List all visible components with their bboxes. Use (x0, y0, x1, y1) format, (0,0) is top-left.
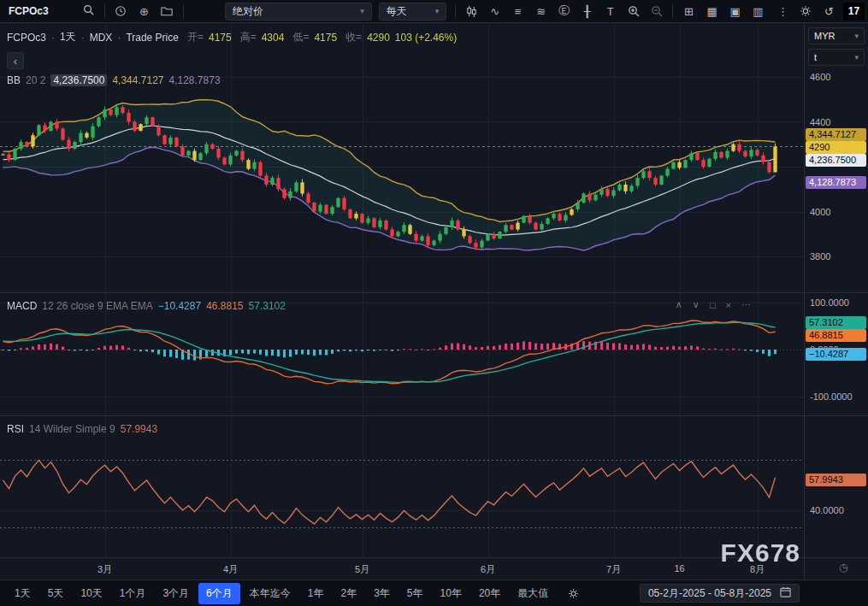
move-pane-up-icon[interactable]: ∧ (674, 299, 684, 310)
axis-tick: 4400 (810, 117, 830, 127)
time-axis-label: 3月 (97, 563, 112, 576)
patterns-icon[interactable]: ≋ (530, 2, 552, 21)
zoom-out-icon[interactable] (646, 2, 667, 21)
legend-exchange: MDX (90, 32, 113, 44)
pane-separator (805, 415, 868, 416)
indicators-icon[interactable]: ∿ (484, 2, 505, 21)
top-toolbar: FCPOc3 ⊕ 绝对价 ▾ 每天 ▾ ∿ ≡ ≋ Ⓔ ╂ T ⊞ ▦ ▣ ▥ … (0, 0, 868, 23)
close-pane-icon[interactable]: × (724, 299, 733, 310)
chevron-down-icon: ▾ (435, 7, 440, 15)
range-button[interactable]: 本年迄今 (242, 583, 298, 604)
currency-label: MYR (814, 31, 835, 41)
folder-icon[interactable] (156, 2, 178, 21)
range-button[interactable]: 1个月 (112, 583, 154, 604)
macd-title: MACD (7, 300, 37, 312)
multichart-icon[interactable]: ▦ (701, 2, 723, 21)
interval-settings-icon[interactable] (563, 584, 583, 603)
collapse-legend-button[interactable]: ‹ (7, 52, 24, 69)
events-icon[interactable]: Ⓔ (553, 2, 575, 21)
low-label: 低= (292, 30, 309, 44)
range-button[interactable]: 1天 (7, 583, 38, 604)
time-axis-label: 8月 (750, 563, 765, 576)
range-button[interactable]: 最大值 (510, 583, 556, 604)
layout-grid-icon[interactable]: ⊞ (678, 2, 700, 21)
bb-title: BB (7, 74, 21, 86)
unit-dropdown[interactable]: t ▾ (808, 49, 865, 66)
layers-icon[interactable]: ≡ (507, 2, 528, 21)
axis-tick: 4600 (810, 72, 830, 82)
symbol-legend: FCPOc3 · 1天 · MDX · Trade Price 开=4175 高… (7, 30, 457, 44)
text-tool-icon[interactable]: T (599, 2, 621, 21)
date-range-label: 05-2月-2025 - 05-8月-2025 (648, 586, 771, 601)
range-button[interactable]: 3个月 (155, 583, 197, 604)
axis-tick: -100.0000 (810, 391, 853, 402)
unit-label: t (814, 52, 817, 62)
rsi-legend: RSI 14 Wilder Simple 9 57.9943 (7, 423, 157, 435)
low-value: 4175 (314, 32, 337, 44)
zoom-in-icon[interactable] (623, 2, 644, 21)
change-value: 103 (+2.46%) (395, 32, 457, 44)
add-symbol-icon[interactable]: ⊕ (133, 2, 155, 21)
range-button[interactable]: 10年 (433, 583, 469, 604)
interval-label: 每天 (387, 4, 407, 19)
price-label-chip: 4290 (806, 141, 866, 154)
price-scale[interactable]: MYR ▾ t ▾ ◷ 4600440040003800100.00000.00… (804, 23, 868, 580)
more-pane-icon[interactable]: ⋯ (740, 299, 753, 310)
time-axis-label: 5月 (355, 563, 369, 576)
price-label-chip: 57.9943 (806, 474, 866, 486)
macd-hist-value: −10.4287 (158, 300, 201, 312)
toolbar-divider (104, 4, 105, 18)
replay-icon[interactable]: ↺ (818, 2, 840, 21)
range-buttons: 1天5天10天1个月3个月6个月本年迄今1年2年3年5年10年20年最大值 (7, 583, 556, 604)
price-mode-dropdown[interactable]: 绝对价 ▾ (225, 3, 372, 21)
macd-line-value: 46.8815 (206, 300, 243, 312)
pane-controls: ∧ ∨ □ × ⋯ (674, 299, 753, 310)
bb-basis-value: 4,236.7500 (50, 74, 107, 86)
bottom-toolbar: 1天5天10天1个月3个月6个月本年迄今1年2年3年5年10年20年最大值 05… (0, 580, 868, 606)
maximize-pane-icon[interactable]: □ (708, 299, 717, 310)
macd-signal-value: 57.3102 (249, 300, 286, 312)
chevron-down-icon: ▾ (854, 32, 859, 40)
macd-legend: MACD 12 26 close 9 EMA EMA −10.4287 46.8… (7, 300, 286, 312)
range-button[interactable]: 1年 (300, 583, 332, 604)
open-label: 开= (187, 30, 204, 44)
range-button[interactable]: 2年 (333, 583, 364, 604)
date-range-picker[interactable]: 05-2月-2025 - 05-8月-2025 (640, 584, 800, 603)
rsi-chart-canvas[interactable] (0, 416, 804, 557)
time-axis[interactable]: 3月4月5月6月7月168月 (0, 558, 804, 580)
tools-icon[interactable]: ╂ (576, 2, 598, 21)
more-icon[interactable]: ⋮ (772, 2, 794, 21)
price-label-chip: 57.3102 (806, 316, 866, 329)
chart-style-icon[interactable] (461, 2, 482, 21)
range-button[interactable]: 3年 (366, 583, 398, 604)
price-label-chip: −10.4287 (806, 348, 866, 361)
move-pane-down-icon[interactable]: ∨ (691, 299, 701, 310)
settings-gear-icon[interactable] (795, 2, 817, 21)
bar-stats-icon[interactable]: ▥ (747, 2, 769, 21)
tradingview-logo[interactable]: 17 (843, 3, 865, 21)
range-button[interactable]: 6个月 (198, 583, 240, 604)
clock-icon[interactable] (110, 2, 132, 21)
price-chart-canvas[interactable] (0, 23, 804, 292)
panels-icon[interactable]: ▣ (724, 2, 746, 21)
rsi-pane: RSI 14 Wilder Simple 9 57.9943 (0, 416, 804, 558)
range-button[interactable]: 5天 (40, 583, 72, 604)
timezone-clock-icon[interactable]: ◷ (839, 562, 847, 574)
rsi-title: RSI (7, 423, 24, 435)
search-icon (83, 3, 94, 19)
symbol-search-box[interactable]: FCPOc3 (3, 3, 99, 21)
price-label-chip: 4,128.7873 (806, 176, 866, 189)
interval-dropdown[interactable]: 每天 ▾ (379, 3, 447, 21)
close-label: 收= (345, 30, 362, 44)
calendar-icon (780, 586, 791, 600)
trading-terminal: FCPOc3 ⊕ 绝对价 ▾ 每天 ▾ ∿ ≡ ≋ Ⓔ ╂ T ⊞ ▦ ▣ ▥ … (0, 0, 868, 606)
rsi-value: 57.9943 (121, 423, 157, 435)
range-button[interactable]: 5年 (399, 583, 431, 604)
range-button[interactable]: 10天 (73, 583, 109, 604)
chart-column: FCPOc3 · 1天 · MDX · Trade Price 开=4175 高… (0, 23, 804, 580)
legend-symbol: FCPOc3 (7, 32, 46, 44)
legend-separator: · (81, 32, 85, 44)
range-button[interactable]: 20年 (471, 583, 508, 604)
open-value: 4175 (209, 32, 232, 44)
currency-dropdown[interactable]: MYR ▾ (808, 27, 865, 44)
